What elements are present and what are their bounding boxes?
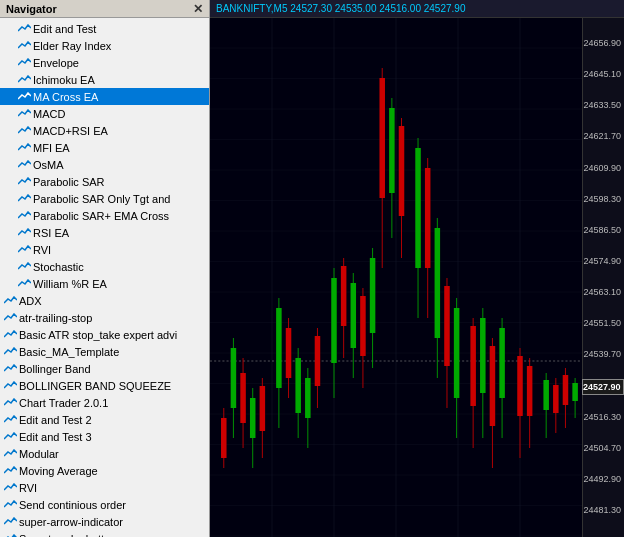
chart-symbol-info: BANKNIFTY,M5 24527.30 24535.00 24516.00 … [216, 3, 465, 14]
navigator-close-button[interactable]: ✕ [193, 2, 203, 16]
nav-item-label: super-arrow-indicator [19, 516, 123, 528]
svg-rect-44 [399, 126, 405, 216]
price-label: 24633.50 [582, 98, 624, 112]
nav-item-label: Parabolic SAR+ EMA Cross [33, 210, 169, 222]
nav-item-rsi-ea[interactable]: RSI EA [0, 224, 209, 241]
nav-item-basic-ma[interactable]: Basic_MA_Template [0, 343, 209, 360]
svg-rect-66 [527, 366, 533, 416]
svg-rect-36 [360, 296, 366, 356]
svg-rect-42 [389, 108, 395, 193]
nav-item-label: William %R EA [33, 278, 107, 290]
price-label: 24539.70 [582, 347, 624, 361]
svg-rect-26 [305, 378, 311, 418]
price-label: 24656.90 [582, 36, 624, 50]
svg-rect-52 [444, 286, 450, 366]
nav-item-modular[interactable]: Modular [0, 445, 209, 462]
nav-item-label: RVI [19, 482, 37, 494]
indicator-icon [4, 364, 17, 374]
indicator-icon [4, 432, 17, 442]
nav-item-bollinger-sq[interactable]: BOLLINGER BAND SQUEEZE [0, 377, 209, 394]
nav-item-moving-avg[interactable]: Moving Average [0, 462, 209, 479]
indicator-icon [18, 75, 31, 85]
nav-item-supertrend[interactable]: Supertrend _ button [0, 530, 209, 537]
indicator-icon [4, 330, 17, 340]
indicator-icon [18, 279, 31, 289]
nav-item-macd-rsi[interactable]: MACD+RSI EA [0, 122, 209, 139]
price-label: 24527.90 [582, 379, 624, 395]
indicator-icon [18, 228, 31, 238]
nav-item-edit-test-3[interactable]: Edit and Test 3 [0, 428, 209, 445]
chart-canvas[interactable] [210, 18, 582, 537]
svg-rect-14 [240, 373, 246, 423]
nav-item-edit-test-2[interactable]: Edit and Test 2 [0, 411, 209, 428]
nav-item-super-arrow[interactable]: super-arrow-indicator [0, 513, 209, 530]
nav-item-label: Chart Trader 2.0.1 [19, 397, 108, 409]
svg-rect-28 [315, 336, 321, 386]
candlestick-chart [210, 18, 582, 537]
nav-item-chart-trader[interactable]: Chart Trader 2.0.1 [0, 394, 209, 411]
svg-rect-54 [454, 308, 460, 398]
nav-item-adx[interactable]: ADX [0, 292, 209, 309]
nav-item-atr-trailing[interactable]: atr-trailing-stop [0, 309, 209, 326]
svg-rect-62 [499, 328, 505, 398]
indicator-icon [4, 534, 17, 538]
nav-item-rvi[interactable]: RVI [0, 241, 209, 258]
nav-item-ichimoku[interactable]: Ichimoku EA [0, 71, 209, 88]
nav-item-label: Moving Average [19, 465, 98, 477]
nav-item-macd[interactable]: MACD [0, 105, 209, 122]
price-label: 24481.30 [582, 503, 624, 517]
chart-area: BANKNIFTY,M5 24527.30 24535.00 24516.00 … [210, 0, 624, 537]
indicator-icon [4, 347, 17, 357]
price-label: 24563.10 [582, 285, 624, 299]
svg-rect-18 [260, 386, 266, 431]
indicator-icon [4, 415, 17, 425]
nav-item-rvi2[interactable]: RVI [0, 479, 209, 496]
nav-item-label: Supertrend _ button [19, 533, 116, 538]
price-axis: 24656.9024645.1024633.5024621.7024609.90… [582, 18, 624, 537]
nav-item-william-r[interactable]: William %R EA [0, 275, 209, 292]
nav-item-label: Envelope [33, 57, 79, 69]
svg-rect-68 [543, 380, 549, 410]
price-label: 24609.90 [582, 161, 624, 175]
svg-rect-46 [415, 148, 421, 268]
chart-header: BANKNIFTY,M5 24527.30 24535.00 24516.00 … [210, 0, 624, 18]
navigator-panel: Navigator ✕ Edit and Test Elder Ray Inde… [0, 0, 210, 537]
nav-item-elder-ray[interactable]: Elder Ray Index [0, 37, 209, 54]
indicator-icon [4, 449, 17, 459]
nav-item-label: RVI [33, 244, 51, 256]
nav-item-stochastic[interactable]: Stochastic [0, 258, 209, 275]
nav-item-parabolic-sar-only[interactable]: Parabolic SAR Only Tgt and [0, 190, 209, 207]
svg-rect-30 [331, 278, 337, 363]
nav-item-label: Bollinger Band [19, 363, 91, 375]
price-label: 24586.50 [582, 223, 624, 237]
indicator-icon [18, 143, 31, 153]
nav-item-label: Edit and Test [33, 23, 96, 35]
nav-item-label: MFI EA [33, 142, 70, 154]
nav-item-label: atr-trailing-stop [19, 312, 92, 324]
nav-item-osma[interactable]: OsMA [0, 156, 209, 173]
nav-item-bollinger[interactable]: Bollinger Band [0, 360, 209, 377]
nav-item-parabolic-sar[interactable]: Parabolic SAR [0, 173, 209, 190]
svg-rect-56 [470, 326, 476, 406]
indicator-icon [18, 58, 31, 68]
indicator-icon [18, 41, 31, 51]
nav-item-mfi-ea[interactable]: MFI EA [0, 139, 209, 156]
price-label: 24574.90 [582, 254, 624, 268]
nav-item-basic-atr[interactable]: Basic ATR stop_take expert advi [0, 326, 209, 343]
nav-item-label: MACD [33, 108, 65, 120]
nav-item-label: Ichimoku EA [33, 74, 95, 86]
indicator-icon [18, 177, 31, 187]
price-label: 24516.30 [582, 410, 624, 424]
svg-rect-34 [351, 283, 357, 348]
nav-item-ma-cross-ea[interactable]: MA Cross EA [0, 88, 209, 105]
indicator-icon [4, 381, 17, 391]
indicator-icon [4, 296, 17, 306]
price-label: 24621.70 [582, 129, 624, 143]
price-label: 24504.70 [582, 441, 624, 455]
svg-rect-72 [563, 375, 569, 405]
nav-item-send-order[interactable]: Send continious order [0, 496, 209, 513]
nav-item-edit-test[interactable]: Edit and Test [0, 20, 209, 37]
nav-item-envelope[interactable]: Envelope [0, 54, 209, 71]
price-label: 24492.90 [582, 472, 624, 486]
nav-item-parabolic-sar-ema[interactable]: Parabolic SAR+ EMA Cross [0, 207, 209, 224]
